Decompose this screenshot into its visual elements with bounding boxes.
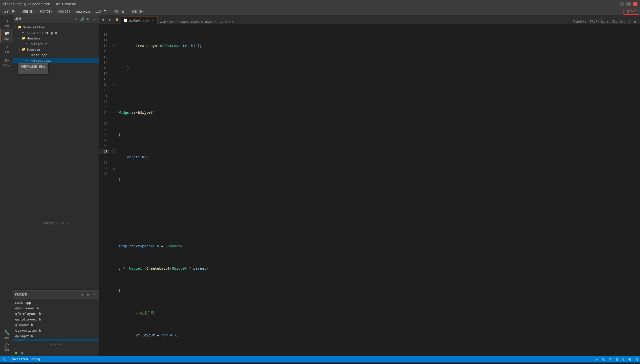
status-input: 老	[615, 357, 618, 361]
open-docs-close[interactable]: ✕	[92, 292, 97, 297]
tab-info-btn[interactable]: ⊞	[632, 19, 637, 24]
sidebar-label-edit: 编辑	[4, 37, 9, 41]
gutter-13	[111, 49, 117, 54]
status-project: 🔧 QSpacerItem	[2, 357, 28, 361]
open-docs-panel: 打开文档 ⇅ ⊞ ✕ main.cpp qboxlayout.h qformla…	[13, 290, 99, 356]
project-panel-filter[interactable]: ⇅	[74, 17, 79, 22]
project-panel-title: 项目	[15, 17, 73, 21]
sources-arrow: ▼	[18, 48, 22, 51]
minimize-button[interactable]: ─	[620, 2, 624, 6]
sidebar-item-help[interactable]: ? 帮助	[1, 341, 13, 354]
gutter-9	[111, 26, 117, 32]
tree-root[interactable]: ▼ 📁 QSpacerItem	[13, 24, 99, 30]
pro-file-icon: ─	[22, 31, 26, 34]
menu-file[interactable]: 文件(F)	[1, 9, 18, 14]
sidebar-item-tools[interactable]: 工具	[1, 42, 13, 56]
gutter-29	[111, 138, 117, 143]
root-folder-icon: 📁	[18, 25, 22, 29]
project-panel-close[interactable]: ✕	[92, 17, 97, 22]
widget-h-icon: ─	[26, 42, 30, 46]
doc-item-qboxlayout[interactable]: qboxlayout.h	[13, 305, 99, 311]
tree-headers[interactable]: ▼ 📁 Headers	[13, 35, 99, 41]
doc-item-qlayout[interactable]: qlayout.h	[13, 322, 99, 328]
encoding-select[interactable]: Windows (CRLF)	[573, 20, 599, 23]
line-numbers: 9 10 11 12 13 14 15 16 17 18 19 20 21 22…	[99, 24, 111, 356]
open-docs-expand[interactable]: ⇅	[80, 292, 85, 297]
code-line-21: //创建布局	[117, 310, 640, 316]
doc-item-qgridlayout[interactable]: qgridlayout.h	[13, 316, 99, 322]
sidebar-item-debug[interactable]: Debug	[1, 56, 13, 69]
doc-item-qlayoutitem[interactable]: qlayoutitem.h	[13, 328, 99, 333]
gutter-35	[111, 171, 117, 177]
gutter-18	[111, 76, 117, 82]
doc-name-qlayoutitem: qlayoutitem.h	[15, 329, 41, 332]
run-icon[interactable]: ▶	[14, 350, 19, 355]
doc-name-main: main.cpp	[15, 301, 31, 305]
window-controls: ─ □ ✕	[620, 2, 637, 6]
menu-build[interactable]: 构建(B)	[37, 9, 55, 14]
tree-widget-cpp[interactable]: ─ widget.cpp	[13, 58, 99, 63]
tree-sources[interactable]: ▼ 📁 Sources	[13, 47, 99, 52]
tree-pro[interactable]: ─ QSpacerItem.pro	[13, 30, 99, 35]
sidebar-label-welcome: 欢迎	[4, 24, 9, 28]
menu-analyze[interactable]: Analyze	[73, 9, 92, 14]
tab-prev-btn[interactable]: ◀	[99, 15, 106, 24]
doc-item-main[interactable]: main.cpp	[13, 300, 99, 305]
code-line-9: CreateLayot<QHBoxLayout>(this);	[117, 43, 640, 49]
code-line-11	[117, 88, 640, 93]
gutter-28	[111, 132, 117, 138]
menu-edit[interactable]: 编辑(E)	[19, 9, 36, 14]
tools-icon	[4, 44, 10, 50]
debug-icon	[4, 58, 10, 63]
doc-item-widget-cpp[interactable]: widget.cpp	[13, 339, 99, 341]
project-panel-add[interactable]: ⊞	[86, 17, 91, 22]
icon-sidebar: ⌂ 欢迎 编辑 工具 Debug 🔧 项目	[0, 15, 13, 356]
project-panel-link[interactable]: 🔗	[80, 17, 85, 22]
panel-bottom-icons: ▶ ▶	[13, 349, 99, 356]
sidebar-item-project[interactable]: 🔧 项目	[1, 328, 13, 341]
breadcrumb-text: Widget::CreateLayot(QWidget *) -> v *	[163, 20, 231, 24]
menu-bar-toggle[interactable]: 菜单栏	[624, 9, 639, 15]
headers-arrow: ▼	[18, 37, 22, 40]
tree-widget-h[interactable]: ─ widget.h	[13, 41, 99, 47]
code-line-15: }	[117, 177, 640, 182]
gutter-24	[111, 110, 117, 115]
tab-widget-cpp[interactable]: 📄 widget.cpp ✕	[121, 16, 158, 24]
sidebar-item-edit[interactable]: 编辑	[1, 29, 13, 42]
tooltip-shortcut: Ctrl+2	[21, 69, 46, 73]
svg-rect-1	[5, 33, 9, 34]
widget-h-name: widget.h	[31, 42, 47, 46]
tab-close-btn[interactable]: ✕	[150, 18, 154, 22]
doc-item-qformlayout[interactable]: qformlayout.h	[13, 311, 99, 316]
tree-main-cpp[interactable]: ─ main.cpp	[13, 52, 99, 58]
project-panel: 项目 ⇅ 🔗 ⊞ ✕ 切换到编辑 模式 Ctrl+2 ▼ 📁 QSpacerIt…	[13, 15, 99, 356]
run-debug-icon[interactable]: ▶	[20, 350, 25, 355]
close-button[interactable]: ✕	[633, 2, 637, 6]
open-docs-add[interactable]: ⊞	[86, 292, 91, 297]
gutter-23	[111, 104, 117, 110]
gutter-17	[111, 71, 117, 76]
window-title: widget.cpp @ QSpacerItem - Qt Creator	[3, 2, 76, 6]
main-cpp-icon: ─	[26, 53, 30, 57]
maximize-button[interactable]: □	[626, 2, 631, 6]
menu-controls[interactable]: 控件(W)	[111, 9, 128, 14]
menu-help[interactable]: 帮助(H)	[129, 9, 147, 14]
fold-19[interactable]: ▼	[111, 82, 117, 88]
gutter-14	[111, 54, 117, 60]
code-editor: 9 10 11 12 13 14 15 16 17 18 19 20 21 22…	[99, 24, 640, 356]
doc-item-qwidget[interactable]: qwidget.h	[13, 333, 99, 339]
code-content[interactable]: CreateLayot<QHBoxLayout>(this); } Widget…	[117, 24, 640, 356]
anchor-section-docs: 锚接控件	[13, 341, 99, 349]
fold-25[interactable]: ▼	[111, 115, 117, 121]
file-tree: ▼ 📁 QSpacerItem ─ QSpacerItem.pro ▼ 📁 He…	[13, 23, 99, 157]
sidebar-label-project: 项目	[4, 336, 9, 340]
fold-12[interactable]: ▼	[111, 43, 117, 49]
tab-next-btn[interactable]: ▶	[106, 15, 113, 24]
menu-debug[interactable]: 调试(D)	[55, 9, 73, 14]
menu-tools[interactable]: 工具(T)	[93, 9, 110, 14]
breadcrumb-modified: *	[232, 20, 234, 24]
status-bar-right: 人 近 拼 老 老 有 列	[595, 357, 638, 361]
tab-lock-btn[interactable]: 🔒	[113, 15, 121, 24]
sidebar-item-welcome[interactable]: ⌂ 欢迎	[1, 16, 13, 29]
gutter-30	[111, 143, 117, 149]
